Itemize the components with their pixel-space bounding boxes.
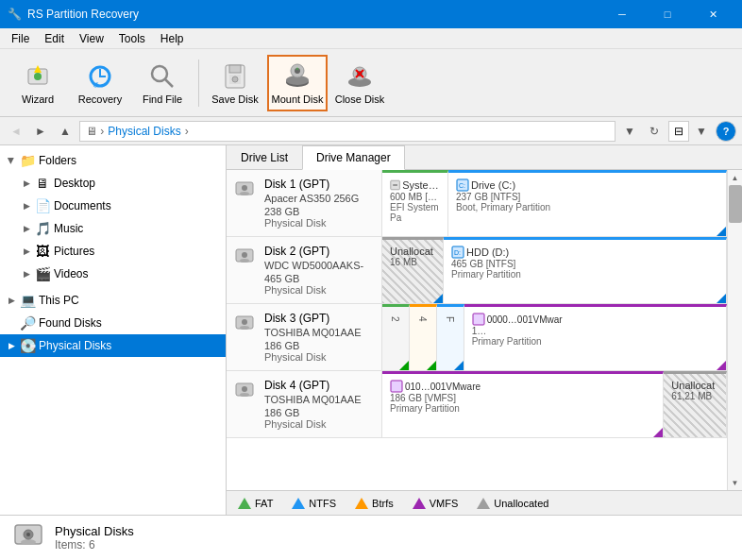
disk4-size: 186 GB [264,407,362,418]
tab-drive-manager[interactable]: Drive Manager [302,145,405,170]
close-disk-button[interactable]: Close Disk [329,55,390,111]
address-path[interactable]: 🖥 › Physical Disks › [79,121,616,142]
disk1-part1-name: System Di [402,179,440,191]
menu-help[interactable]: Help [153,30,192,47]
disk1-label: Disk 1 (GPT) Apacer AS350 256G 238 GB Ph… [227,170,382,236]
svg-point-33 [240,326,249,330]
up-button[interactable]: ▲ [55,121,76,142]
disk4-partitions: 010…001VMware 186 GB [VMFS] Primary Part… [382,371,727,437]
maximize-button[interactable]: □ [646,0,689,28]
sidebar-item-folders[interactable]: ▶ 📁 Folders [0,149,226,172]
disk3-name: Disk 3 (GPT) [264,312,362,325]
vertical-scrollbar[interactable]: ▲ ▼ [727,170,742,490]
menu-view[interactable]: View [72,30,111,47]
app-icon: 🔧 [8,8,22,21]
minimize-button[interactable]: ─ [600,0,644,28]
disk1-type: Physical Disk [264,217,359,229]
content-panel: Drive List Drive Manager Disk 1 (GPT) [227,145,742,515]
music-icon: 🎵 [34,220,51,237]
svg-rect-8 [229,65,241,73]
disk2-model: WDC WD5000AAKS- [264,260,363,271]
sidebar-item-this-pc[interactable]: ▶ 💻 This PC [0,289,226,312]
recovery-button[interactable]: ↺ Recovery [70,55,130,111]
disk3-part3[interactable]: F [437,304,464,370]
find-file-button[interactable]: Find File [132,55,193,111]
disk1-part1[interactable]: System Di 600 MB [FAT3 EFI System Pa [382,170,448,236]
sidebar-item-videos[interactable]: ▶ 🎬 Videos [0,263,226,285]
save-disk-icon [220,61,250,92]
sidebar-item-desktop[interactable]: ▶ 🖥 Desktop [0,172,226,195]
disk1-partitions: System Di 600 MB [FAT3 EFI System Pa C: … [382,170,727,236]
svg-point-34 [242,319,247,325]
legend-ntfs: NTFS [292,498,336,509]
app-title: RS Partition Recovery [27,8,139,21]
menu-tools[interactable]: Tools [111,30,153,47]
svg-point-21 [240,192,249,195]
wizard-button[interactable]: Wizard [8,55,68,111]
status-bar: Physical Disks Items: 6 [0,515,742,560]
find-file-icon [147,61,177,92]
legend-unallocated: Unallocated [477,498,548,509]
disk2-type: Physical Disk [264,284,363,296]
main-area: ▶ 📁 Folders ▶ 🖥 Desktop ▶ 📄 Documents ▶ … [0,145,742,515]
scroll-track[interactable] [728,185,743,475]
this-pc-arrow: ▶ [4,293,19,308]
scroll-down-button[interactable]: ▼ [728,475,743,490]
forward-button[interactable]: ► [30,121,51,142]
address-bar: ◄ ► ▲ 🖥 › Physical Disks › ▼ ↻ ⊟ ▼ ? [0,117,742,145]
disk1-part2[interactable]: C: Drive (C:) 237 GB [NTFS] Boot, Primar… [448,170,727,236]
sidebar-item-physical-disks[interactable]: ▶ 💽 Physical Disks [0,334,226,357]
disk3-label: Disk 3 (GPT) TOSHIBA MQ01AAE 186 GB Phys… [227,304,382,370]
sidebar-item-pictures[interactable]: ▶ 🖼 Pictures [0,240,226,263]
disk2-part1-fs: 16 MB [390,257,435,267]
sidebar-item-music[interactable]: ▶ 🎵 Music [0,217,226,240]
sidebar-item-documents[interactable]: ▶ 📄 Documents [0,195,226,217]
mount-disk-button[interactable]: Mount Disk [267,55,328,111]
videos-arrow: ▶ [19,266,34,281]
videos-icon: 🎬 [34,265,51,282]
scroll-thumb[interactable] [729,185,742,223]
disk2-part2-fs: 465 GB [NTFS] [451,259,718,269]
ntfs-label: NTFS [309,498,336,509]
disk3-part4[interactable]: 0000…001VMwar 1… Primary Partition [464,304,727,370]
drive-grid: Disk 1 (GPT) Apacer AS350 256G 238 GB Ph… [227,170,727,490]
refresh-button[interactable]: ↻ [644,121,665,142]
disk3-part2[interactable]: 4 [410,304,437,370]
svg-text:↺: ↺ [93,81,99,90]
save-disk-button[interactable]: Save Disk [205,55,265,111]
dropdown-button[interactable]: ▼ [619,121,640,142]
folders-icon: 📁 [19,152,36,169]
disk2-part1[interactable]: Unallocat 16 MB [382,237,444,303]
disk2-partitions: Unallocat 16 MB D: HDD (D:) 465 GB [NTFS… [382,237,727,303]
music-label: Music [54,222,83,235]
back-button[interactable]: ◄ [6,121,26,142]
disk2-part1-name: Unallocat [390,246,433,257]
disk4-part2[interactable]: Unallocat 61,21 MB [664,371,727,437]
disk3-part1[interactable]: 2 [382,304,410,370]
status-items: Items: 6 [55,538,134,552]
menu-file[interactable]: File [4,30,37,47]
status-disk-icon [11,518,45,558]
view-toggle-button[interactable]: ⊟ [668,121,689,142]
breadcrumb-separator: 🖥 › [86,125,104,138]
disk4-part1[interactable]: 010…001VMware 186 GB [VMFS] Primary Part… [382,371,664,437]
legend-btrfs: Btrfs [355,498,394,509]
btrfs-label: Btrfs [372,498,394,509]
documents-icon: 📄 [34,197,51,214]
breadcrumb-physical-disks[interactable]: Physical Disks [108,125,180,138]
disk2-part2[interactable]: D: HDD (D:) 465 GB [NTFS] Primary Partit… [444,237,727,303]
disk1-part2-type: Boot, Primary Partition [456,202,718,212]
help-button[interactable]: ? [716,121,736,142]
disk3-part4-name: 0000…001VMwar [487,314,563,325]
menu-edit[interactable]: Edit [37,30,72,47]
close-button[interactable]: ✕ [691,0,734,28]
view-dropdown-button[interactable]: ▼ [691,121,712,142]
sidebar-item-found-disks[interactable]: ▶ 🔎 Found Disks [0,312,226,334]
svg-rect-35 [473,314,484,325]
scroll-up-button[interactable]: ▲ [728,170,743,185]
tab-drive-list[interactable]: Drive List [227,145,302,169]
find-file-label: Find File [143,93,182,105]
documents-arrow: ▶ [19,198,34,213]
disk3-part4-fs: 1… [472,326,718,336]
svg-point-41 [21,539,36,545]
